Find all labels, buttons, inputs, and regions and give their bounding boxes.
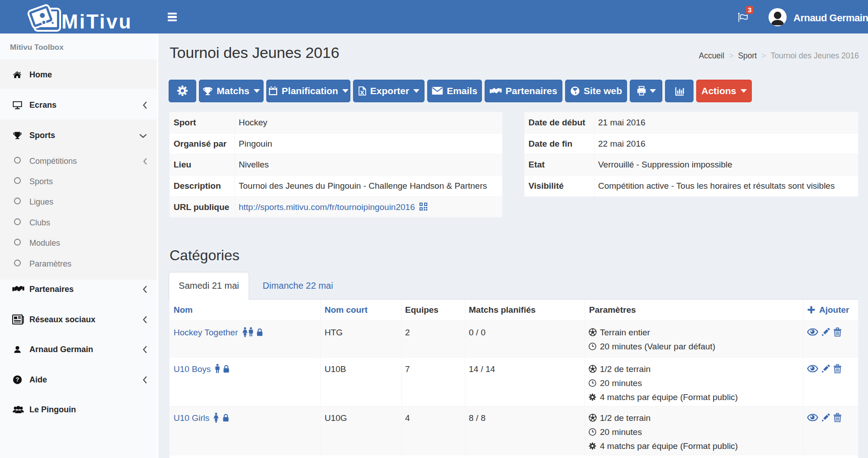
svg-text:MiTivu: MiTivu [61,10,130,32]
